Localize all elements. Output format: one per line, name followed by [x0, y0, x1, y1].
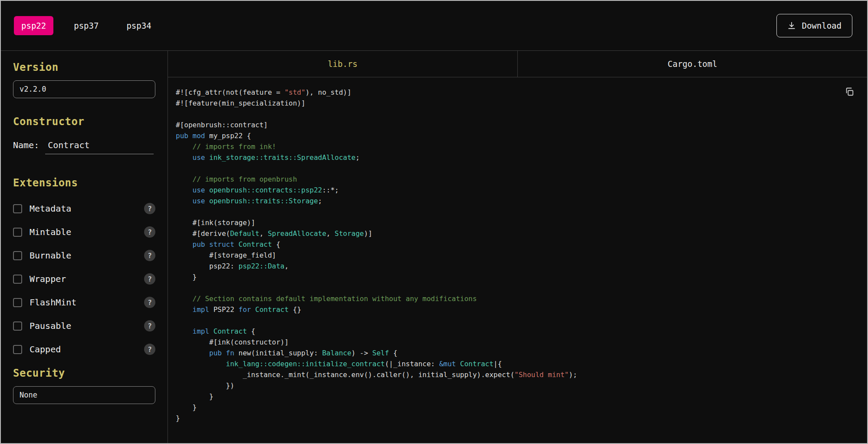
editor-tabs: lib.rs Cargo.toml [168, 51, 867, 77]
constructor-name-row: Name: [13, 139, 155, 154]
tab-librs[interactable]: lib.rs [168, 51, 517, 77]
extension-label: Mintable [30, 227, 71, 237]
page-root: psp22 psp37 psp34 Download Version v2.2.… [0, 0, 868, 444]
pausable-checkbox[interactable] [13, 321, 22, 331]
download-icon [787, 21, 796, 30]
copy-icon [845, 91, 854, 98]
version-heading: Version [13, 61, 155, 73]
extension-label: Capped [30, 344, 61, 355]
code-panel: #![cfg_attr(not(feature = "std"), no_std… [168, 77, 867, 443]
extension-label: FlashMint [30, 297, 76, 308]
metadata-checkbox[interactable] [13, 204, 22, 213]
help-icon[interactable]: ? [144, 320, 155, 331]
extension-row-flashmint: FlashMint ? [13, 297, 155, 308]
help-icon[interactable]: ? [144, 250, 155, 261]
help-icon[interactable]: ? [144, 203, 155, 214]
protocol-tabs: psp22 psp37 psp34 [14, 16, 159, 35]
extension-row-capped: Capped ? [13, 344, 155, 355]
constructor-heading: Constructor [13, 116, 155, 128]
help-icon[interactable]: ? [144, 344, 155, 355]
help-icon[interactable]: ? [144, 297, 155, 308]
code-block: #![cfg_attr(not(feature = "std"), no_std… [176, 87, 841, 424]
extension-row-burnable: Burnable ? [13, 250, 155, 261]
security-select[interactable]: None [13, 386, 155, 404]
app-header: psp22 psp37 psp34 Download [1, 1, 867, 51]
extension-label: Burnable [30, 250, 71, 261]
content: Version v2.2.0 Constructor Name: Extensi… [1, 51, 867, 443]
mintable-checkbox[interactable] [13, 228, 22, 237]
download-label: Download [802, 21, 842, 30]
security-heading: Security [13, 367, 155, 379]
name-input[interactable] [45, 139, 154, 154]
tab-psp37[interactable]: psp37 [66, 16, 106, 35]
extension-row-mintable: Mintable ? [13, 226, 155, 238]
tab-psp34[interactable]: psp34 [119, 16, 158, 35]
extension-row-pausable: Pausable ? [13, 320, 155, 331]
burnable-checkbox[interactable] [13, 251, 22, 260]
wrapper-checkbox[interactable] [13, 275, 22, 284]
capped-checkbox[interactable] [13, 345, 22, 354]
sidebar: Version v2.2.0 Constructor Name: Extensi… [1, 51, 168, 443]
extension-label: Pausable [30, 321, 71, 331]
extension-row-wrapper: Wrapper ? [13, 273, 155, 285]
extension-label: Metadata [30, 203, 71, 214]
copy-button[interactable] [843, 85, 856, 99]
extension-label: Wrapper [30, 274, 66, 284]
help-icon[interactable]: ? [144, 273, 155, 285]
extension-row-metadata: Metadata ? [13, 203, 155, 214]
extensions-heading: Extensions [13, 177, 155, 189]
tab-psp22[interactable]: psp22 [14, 16, 53, 35]
tab-cargotoml[interactable]: Cargo.toml [517, 51, 867, 77]
version-select[interactable]: v2.2.0 [13, 80, 155, 98]
name-label: Name: [13, 140, 39, 150]
editor: lib.rs Cargo.toml #![cfg_attr(not(featur… [168, 51, 867, 443]
download-button[interactable]: Download [776, 14, 852, 37]
flashmint-checkbox[interactable] [13, 298, 22, 307]
help-icon[interactable]: ? [144, 226, 155, 238]
